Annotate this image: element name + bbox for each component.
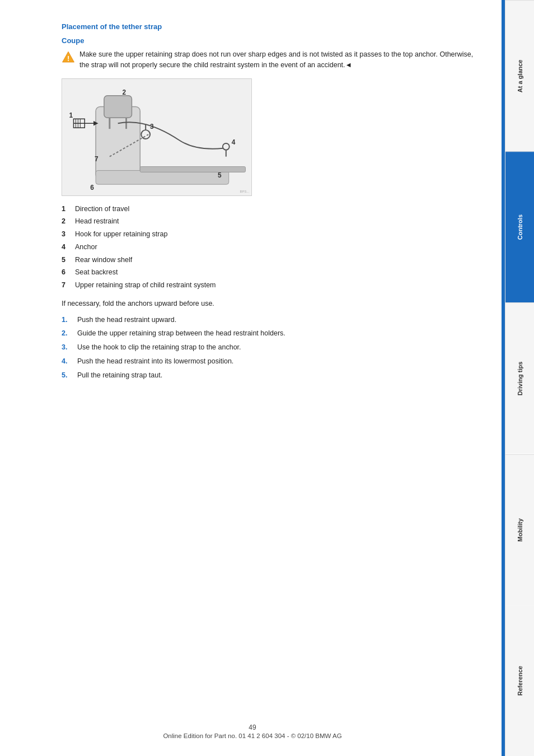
warning-icon: !	[62, 50, 75, 64]
svg-text:1: 1	[69, 111, 73, 119]
item-number: 1	[62, 204, 75, 214]
step-number: 5.	[62, 370, 77, 381]
item-number: 6	[62, 267, 75, 278]
online-edition-text: Online Edition for Part no. 01 41 2 604 …	[0, 732, 505, 739]
sidebar-tab-controls[interactable]: Controls	[505, 151, 534, 302]
step-text: Guide the upper retaining strap between …	[77, 328, 285, 339]
step-number: 2.	[62, 328, 77, 339]
step-item: 2. Guide the upper retaining strap betwe…	[62, 328, 477, 339]
page-footer: 49 Online Edition for Part no. 01 41 2 6…	[0, 724, 505, 739]
step-number: 3.	[62, 342, 77, 353]
svg-text:7: 7	[95, 155, 99, 162]
step-item: 1. Push the head restraint upward.	[62, 315, 477, 325]
svg-rect-5	[104, 95, 132, 118]
step-item: 4. Push the head restraint into its lowe…	[62, 356, 477, 367]
list-item: 4 Anchor	[62, 242, 477, 253]
diagram-container: 1 2 3 4 5 6 7 BPS...	[62, 78, 252, 196]
step-item: 5. Pull the retaining strap taut.	[62, 370, 477, 381]
step-number: 4.	[62, 356, 77, 367]
item-number: 2	[62, 216, 75, 227]
blue-accent-bar	[502, 0, 505, 756]
step-text: Push the head restraint into its lowermo…	[77, 356, 233, 367]
step-list: 1. Push the head restraint upward. 2. Gu…	[62, 315, 477, 381]
item-text: Hook for upper retaining strap	[75, 229, 167, 240]
sidebar-tab-at-a-glance[interactable]: At a glance	[505, 0, 534, 151]
section-title: Placement of the tether strap	[62, 22, 477, 31]
svg-text:2: 2	[123, 88, 127, 96]
main-content: Placement of the tether strap Coupe ! Ma…	[0, 0, 505, 756]
svg-text:4: 4	[232, 138, 236, 146]
step-text: Push the head restraint upward.	[77, 315, 176, 325]
list-item: 2 Head restraint	[62, 216, 477, 227]
step-text: Use the hook to clip the retaining strap…	[77, 342, 241, 353]
right-sidebar: At a glance Controls Driving tips Mobili…	[505, 0, 534, 756]
item-number: 3	[62, 229, 75, 240]
svg-text:BPS...: BPS...	[240, 190, 250, 193]
list-item: 6 Seat backrest	[62, 267, 477, 278]
numbered-items-list: 1 Direction of travel 2 Head restraint 3…	[62, 204, 477, 291]
item-number: 5	[62, 255, 75, 265]
svg-rect-4	[96, 170, 229, 184]
svg-text:5: 5	[218, 171, 222, 179]
svg-rect-17	[140, 166, 245, 172]
list-item: 1 Direction of travel	[62, 204, 477, 214]
item-text: Rear window shelf	[75, 255, 132, 265]
warning-text: Make sure the upper retaining strap does…	[79, 49, 477, 71]
diagram-svg: 1 2 3 4 5 6 7 BPS...	[62, 79, 251, 195]
step-item: 3. Use the hook to clip the retaining st…	[62, 342, 477, 353]
step-number: 1.	[62, 315, 77, 325]
list-item: 7 Upper retaining strap of child restrai…	[62, 280, 477, 291]
item-text: Direction of travel	[75, 204, 129, 214]
page-number: 49	[0, 724, 505, 731]
sidebar-tab-mobility[interactable]: Mobility	[505, 454, 534, 605]
subsection-title: Coupe	[62, 36, 477, 45]
svg-text:3: 3	[150, 123, 154, 130]
step-text: Pull the retaining strap taut.	[77, 370, 162, 381]
sidebar-tab-reference[interactable]: Reference	[505, 605, 534, 756]
list-item: 3 Hook for upper retaining strap	[62, 229, 477, 240]
sidebar-tab-driving-tips[interactable]: Driving tips	[505, 302, 534, 454]
fold-note: If necessary, fold the anchors upward be…	[62, 298, 477, 309]
item-number: 4	[62, 242, 75, 253]
svg-text:!: !	[67, 54, 69, 63]
svg-text:6: 6	[90, 184, 94, 192]
item-text: Anchor	[75, 242, 97, 253]
item-text: Seat backrest	[75, 267, 118, 278]
list-item: 5 Rear window shelf	[62, 255, 477, 265]
item-number: 7	[62, 280, 75, 291]
item-text: Head restraint	[75, 216, 119, 227]
warning-block: ! Make sure the upper retaining strap do…	[62, 49, 477, 71]
item-text: Upper retaining strap of child restraint…	[75, 280, 216, 291]
